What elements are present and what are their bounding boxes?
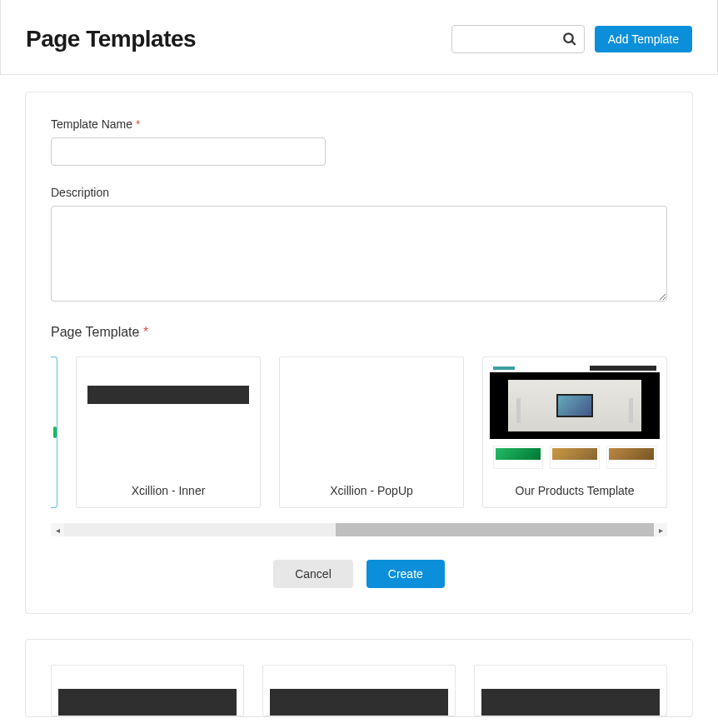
description-group: Description [51,186,667,305]
svg-point-0 [564,33,573,42]
required-indicator: * [143,325,148,339]
thumb-card [550,446,600,469]
cancel-button[interactable]: Cancel [273,560,353,588]
template-name-input[interactable] [51,137,326,166]
template-name-label: Our Products Template [490,484,660,497]
template-card-our-products[interactable]: Our Products Template [482,357,667,508]
template-thumbnail [490,364,660,472]
search-icon[interactable] [562,32,577,47]
template-name-label: Template Name * [51,117,667,131]
form-actions: Cancel Create [51,560,667,588]
thumb-card [606,446,656,469]
template-list-thumbnail [270,672,448,709]
description-input[interactable] [51,206,667,302]
thumb-hero-inner [508,380,641,431]
template-list-thumbnail [481,672,660,709]
template-card-xcillion-inner[interactable]: Xcillion - Inner [76,357,261,508]
thumb-hero [490,372,660,439]
svg-line-1 [571,41,576,45]
products-thumb [490,364,660,472]
create-button[interactable]: Create [366,560,445,588]
page-title: Page Templates [26,26,196,52]
page-template-section: Page Template * Xcillion - Inner Xcillio… [51,325,667,536]
scroll-thumb[interactable] [336,523,654,536]
template-name-group: Template Name * [51,117,667,166]
template-list-card[interactable] [262,665,456,716]
template-list-card[interactable] [51,665,244,716]
page-template-heading: Page Template * [51,325,667,340]
thumb-tv [556,394,593,417]
required-indicator: * [136,117,140,131]
thumb-speaker [516,398,521,423]
templates-list-panel [25,639,693,717]
templates-row: Xcillion - Inner Xcillion - PopUp [51,357,667,508]
page-header: Page Templates Add Template [0,0,718,75]
thumbnail-header-bar [87,386,249,404]
template-list-card[interactable] [474,665,667,716]
scroll-track[interactable] [64,523,654,536]
thumb-cards [493,446,656,469]
thumb-speaker [629,398,633,423]
search-wrap [451,25,585,53]
templates-list-row [51,665,667,716]
template-thumbnail [287,364,456,472]
template-thumbnail [83,364,253,472]
content-area: Template Name * Description Page Templat… [0,75,718,728]
template-card-xcillion-popup[interactable]: Xcillion - PopUp [279,357,464,508]
create-template-panel: Template Name * Description Page Templat… [25,92,693,614]
description-label: Description [51,186,667,199]
templates-scrollbar[interactable]: ◂ ▸ [51,523,667,536]
template-name-label: Xcillion - PopUp [287,484,456,497]
template-name-label-text: Template Name [51,117,132,131]
page-template-heading-text: Page Template [51,325,139,339]
template-name-label: Xcillion - Inner [83,484,253,497]
template-list-thumbnail [58,672,237,709]
header-actions: Add Template [451,25,692,53]
thumb-topbar [490,364,660,372]
scroll-left-arrow-icon[interactable]: ◂ [51,523,64,536]
selected-template-edge[interactable] [51,357,57,508]
thumb-card [493,446,543,469]
scroll-right-arrow-icon[interactable]: ▸ [654,523,667,536]
add-template-button[interactable]: Add Template [595,26,692,52]
